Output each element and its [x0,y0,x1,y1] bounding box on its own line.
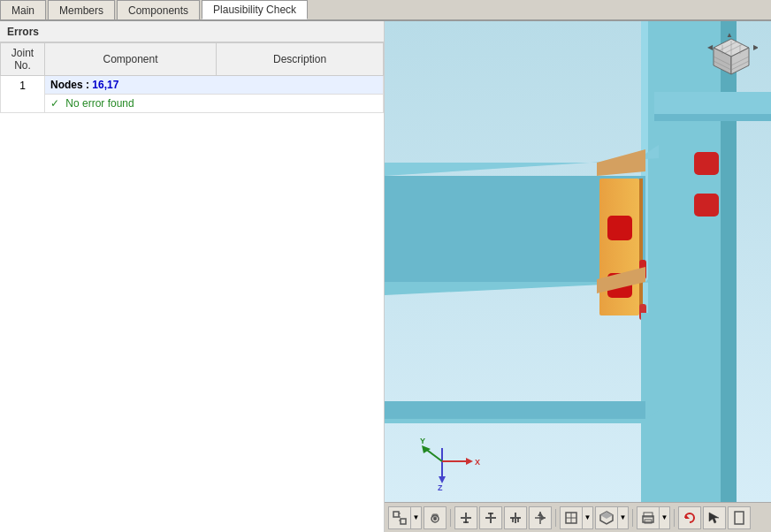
svg-marker-66 [541,515,546,521]
node-cell: Nodes : 16,17 [45,76,384,95]
svg-marker-76 [709,513,719,523]
view-button[interactable] [561,507,582,528]
cursor-button[interactable] [703,506,726,529]
svg-marker-39 [439,476,446,483]
table-row: 1 Nodes : 16,17 [1,76,384,95]
svg-text:▲: ▲ [726,31,733,39]
svg-rect-11 [694,152,719,175]
svg-rect-47 [393,512,399,517]
svg-rect-7 [654,92,771,114]
tab-plausibility[interactable]: Plausibility Check [202,0,308,19]
svg-rect-20 [721,313,737,532]
errors-header: Errors [0,21,384,42]
svg-text:◀: ◀ [707,43,714,51]
tab-components[interactable]: Components [117,0,200,19]
svg-rect-48 [401,519,406,524]
no-error-text: No error found [65,97,134,110]
col-description: Description [217,43,384,76]
errors-table: JointNo. Component Description 1 Nodes :… [0,42,384,113]
svg-marker-71 [600,512,613,519]
no-error-row: ✓ No error found [1,95,384,113]
svg-point-52 [433,517,437,521]
tab-members[interactable]: Members [48,0,115,19]
check-icon: ✓ [50,97,59,110]
top-view-button[interactable] [529,506,552,529]
no-error-cell: ✓ No error found [45,95,384,113]
svg-text:Z: Z [438,483,443,492]
tab-bar: Main Members Components Plausibility Che… [0,0,771,21]
view-dropdown-arrow[interactable]: ▼ [582,507,592,528]
fit-dropdown-arrow[interactable]: ▼ [410,507,421,528]
table-container: JointNo. Component Description 1 Nodes :… [0,42,384,532]
axis-indicator: Z X Y [420,430,482,492]
zoom-out-button[interactable] [479,506,502,529]
sep4 [674,509,675,527]
sep2 [555,509,556,527]
render-button[interactable] [596,507,617,528]
svg-rect-10 [639,179,643,315]
col-component: Component [45,43,217,76]
cube-nav-svg: ▲ ▶ ◀ [705,30,758,83]
tab-main[interactable]: Main [0,0,46,19]
svg-text:▶: ▶ [753,43,758,51]
zoom-in-button[interactable] [454,506,477,529]
refresh-button[interactable] [678,506,701,529]
viewport-3d[interactable]: ▲ ▶ ◀ Z X Y [385,21,771,532]
svg-marker-64 [538,512,543,516]
svg-marker-42 [466,458,473,465]
node-value: 16,17 [92,79,118,91]
sep1 [450,509,451,527]
print-dropdown-arrow[interactable]: ▼ [659,507,669,528]
node-label: Nodes : [50,79,92,91]
svg-rect-13 [607,216,632,240]
render-dropdown-arrow[interactable]: ▼ [617,507,628,528]
rotate-button[interactable] [504,506,527,529]
svg-rect-8 [654,114,771,121]
axis-svg: Z X Y [420,430,482,492]
render-dropdown[interactable]: ▼ [595,506,629,529]
left-panel: Errors JointNo. Component Description 1 … [0,21,385,532]
sep3 [632,509,633,527]
viewport-toolbar: ▼ [385,502,771,532]
svg-text:X: X [475,458,480,467]
svg-text:Y: Y [420,437,425,445]
cube-navigator[interactable]: ▲ ▶ ◀ [705,30,758,83]
page-button[interactable] [728,506,751,529]
svg-rect-21 [385,401,645,419]
view-dropdown[interactable]: ▼ [560,506,593,529]
svg-rect-12 [694,194,719,217]
svg-rect-77 [735,512,744,524]
joint-number: 1 [1,76,45,113]
print-button[interactable] [637,507,659,528]
fit-dropdown[interactable]: ▼ [388,506,422,529]
fit-button[interactable] [389,507,410,528]
camera-button[interactable] [424,506,447,529]
main-layout: Errors JointNo. Component Description 1 … [0,21,771,532]
print-dropdown[interactable]: ▼ [637,506,670,529]
svg-marker-75 [685,514,690,519]
col-joint-no: JointNo. [1,43,45,76]
